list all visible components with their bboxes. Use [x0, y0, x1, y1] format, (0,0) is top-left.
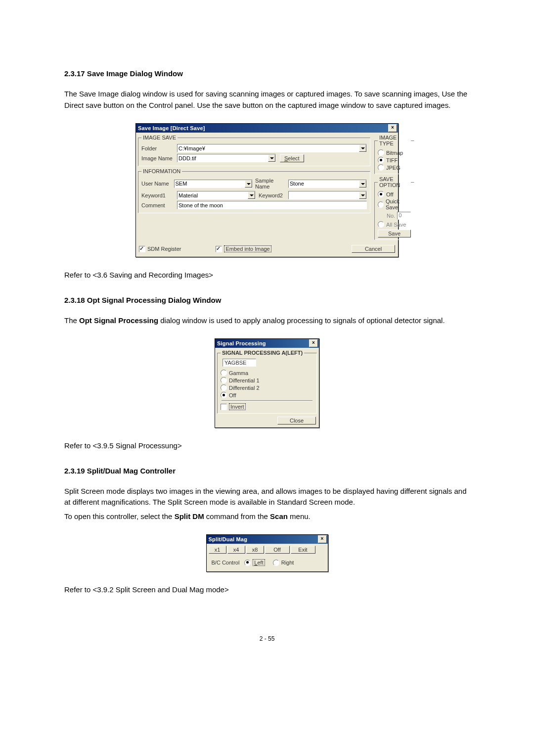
chevron-down-icon[interactable] [359, 180, 366, 188]
dialog-title: Save Image [Direct Save] [138, 125, 388, 131]
information-legend: INFORMATION [141, 168, 182, 174]
folder-combo[interactable] [177, 144, 367, 152]
titlebar[interactable]: Save Image [Direct Save] × [136, 124, 398, 133]
keyword2-label: Keyword2 [259, 192, 288, 198]
bc-control-label: B/C Control [212, 560, 240, 566]
keyword1-input[interactable] [178, 191, 248, 199]
select-button[interactable]: Select [280, 154, 304, 162]
paragraph-s2: The Opt Signal Processing dialog window … [64, 315, 470, 327]
radio-right[interactable]: Right [273, 560, 294, 566]
chevron-down-icon[interactable] [245, 180, 252, 188]
invert-check[interactable]: Invert [221, 403, 313, 410]
save-image-dialog: Save Image [Direct Save] × IMAGE SAVE Fo… [135, 123, 399, 257]
save-option-legend: SAVE OPTION [378, 176, 411, 188]
radio-diff1[interactable]: Differential 1 [221, 377, 313, 383]
paragraph-s3-1: Split Screen mode displays two images in… [64, 486, 470, 508]
section-heading-split-dual: 2.3.19 Split/Dual Mag Controller [64, 467, 470, 475]
username-label: User Name [141, 181, 174, 187]
no-input: 0 [397, 212, 411, 220]
signal-processing-dialog: Signal Processing × SIGNAL PROCESSING A(… [215, 338, 319, 428]
dialog-title: Signal Processing [217, 340, 309, 346]
username-combo[interactable] [174, 180, 253, 188]
radio-off[interactable]: Off [378, 191, 411, 197]
keyword1-combo[interactable] [177, 191, 256, 199]
image-save-group: IMAGE SAVE Folder Image Name Select [138, 135, 370, 166]
comment-label: Comment [141, 202, 177, 208]
save-button[interactable]: Save [378, 230, 411, 237]
close-icon[interactable]: × [318, 535, 327, 543]
image-type-legend: IMAGE TYPE [378, 135, 411, 146]
exit-button[interactable]: Exit [291, 546, 315, 554]
folder-label: Folder [141, 145, 177, 151]
information-group: INFORMATION User Name Sample Name Keywor… [138, 168, 370, 213]
signal-processing-group: SIGNAL PROCESSING A(LEFT) YAGBSE Gamma D… [217, 350, 317, 414]
imagename-input[interactable] [178, 154, 268, 162]
radio-jpeg[interactable]: JPEG [378, 164, 411, 171]
split-dual-mag-dialog: Split/Dual Mag × x1 x4 x8 Off Exit B/C C… [206, 534, 328, 572]
close-icon[interactable]: × [309, 339, 318, 347]
imagename-combo[interactable] [177, 154, 276, 162]
chevron-down-icon[interactable] [359, 144, 366, 152]
x4-button[interactable]: x4 [227, 546, 245, 554]
folder-input[interactable] [178, 144, 359, 152]
paragraph-s3-2: To open this controller, select the Spli… [64, 511, 470, 522]
keyword2-input[interactable] [289, 191, 359, 199]
chevron-down-icon[interactable] [248, 191, 255, 199]
imagename-label: Image Name [141, 155, 177, 161]
radio-quick-save[interactable]: Quick Save [378, 198, 411, 210]
image-save-legend: IMAGE SAVE [141, 135, 178, 141]
cancel-button[interactable]: Cancel [352, 245, 395, 253]
chevron-down-icon[interactable] [268, 154, 275, 162]
samplename-input[interactable] [289, 180, 359, 188]
radio-gamma[interactable]: Gamma [221, 370, 313, 376]
ref-s1: Refer to <3.6 Saving and Recording Image… [64, 270, 470, 281]
radio-off[interactable]: Off [221, 392, 313, 398]
save-option-group: SAVE OPTION Off Quick Save No. 0 All Sav… [374, 176, 414, 240]
ref-s3: Refer to <3.9.2 Split Screen and Dual Ma… [64, 584, 470, 596]
radio-left[interactable]: Left [244, 559, 265, 566]
radio-diff2[interactable]: Differential 2 [221, 384, 313, 391]
off-button[interactable]: Off [265, 546, 290, 554]
username-input[interactable] [175, 180, 245, 188]
samplename-label: Sample Name [255, 178, 286, 189]
radio-all-save: All Save [378, 221, 411, 228]
titlebar[interactable]: Split/Dual Mag × [207, 535, 328, 544]
signal-legend: SIGNAL PROCESSING A(LEFT) [221, 350, 304, 356]
x1-button[interactable]: x1 [209, 546, 226, 554]
samplename-combo[interactable] [288, 180, 367, 188]
sdm-register-check[interactable]: SDM Register [139, 246, 181, 252]
keyword1-label: Keyword1 [141, 192, 177, 198]
chevron-down-icon[interactable] [359, 191, 366, 199]
section-heading-opt-signal: 2.3.18 Opt Signal Processing Dialog Wind… [64, 296, 470, 304]
keyword2-combo[interactable] [288, 191, 367, 199]
image-type-group: IMAGE TYPE Bitmap TIFF JPEG [374, 135, 414, 174]
radio-tiff[interactable]: TIFF [378, 157, 411, 163]
dialog-title: Split/Dual Mag [209, 536, 318, 542]
x8-button[interactable]: x8 [246, 546, 264, 554]
close-button[interactable]: Close [277, 417, 316, 425]
titlebar[interactable]: Signal Processing × [215, 339, 319, 348]
comment-input[interactable] [178, 201, 366, 209]
paragraph-s1: The Save Image dialog window is used for… [64, 89, 470, 111]
signal-name: YAGBSE [222, 359, 256, 367]
no-label: No. [387, 213, 395, 219]
page-number: 2 - 55 [64, 635, 470, 642]
comment-field[interactable] [177, 201, 367, 209]
ref-s2: Refer to <3.9.5 Signal Processung> [64, 440, 470, 452]
section-heading-save-image: 2.3.17 Save Image Dialog Window [64, 69, 470, 78]
close-icon[interactable]: × [388, 124, 397, 132]
radio-bitmap[interactable]: Bitmap [378, 149, 411, 156]
embed-check[interactable]: Embed into Image [216, 245, 271, 252]
